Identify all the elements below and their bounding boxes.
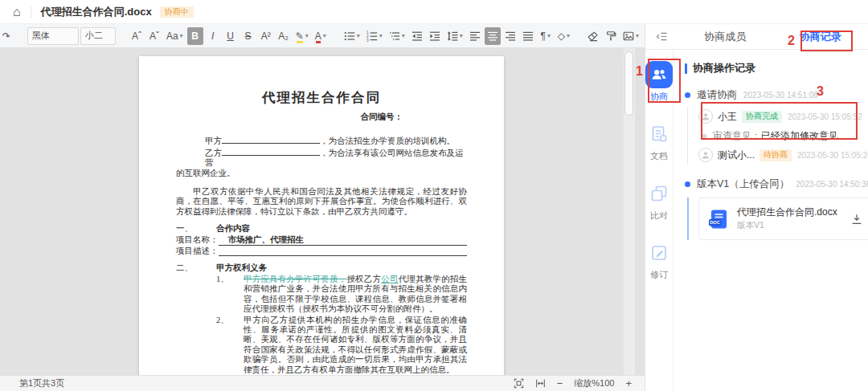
- file-version: 版本V1: [737, 220, 837, 231]
- status-badge-done: 协商完成: [742, 111, 782, 123]
- bold-icon[interactable]: B: [187, 27, 203, 45]
- align-left-icon[interactable]: [467, 27, 483, 45]
- zoom-out-button[interactable]: −: [557, 378, 563, 389]
- zoom-level: 缩放%100: [574, 377, 614, 389]
- superscript-icon[interactable]: A²: [258, 27, 274, 45]
- collapse-panel-icon[interactable]: [645, 31, 678, 43]
- member-entry-test[interactable]: 测试小... 待协商 2023-05-30 15:05:26: [698, 145, 868, 165]
- people-icon: [645, 61, 673, 88]
- download-icon[interactable]: [850, 213, 863, 226]
- timeline-version-v1: 版本V1（上传合同） 2023-05-30 14:50:36: [685, 177, 868, 191]
- contract-title: 代理招生合作合同: [176, 90, 467, 106]
- rail-item-revise[interactable]: 修订: [645, 239, 673, 281]
- doc-paragraph: 项目名称：市场推广、代理招生: [176, 235, 467, 246]
- decrease-indent-icon[interactable]: [409, 27, 425, 45]
- increase-indent-icon[interactable]: [427, 27, 443, 45]
- doc-paragraph: 2、甲方向乙方提供本机构的招生办学信息，保证信息的准确性、服务承诺的严谨性。所提…: [176, 316, 467, 375]
- font-family-select[interactable]: 黑体: [27, 27, 79, 45]
- divider: [31, 6, 31, 18]
- fit-width-icon[interactable]: [535, 378, 546, 389]
- vertical-scrollbar[interactable]: [624, 48, 635, 375]
- accent-bar: [685, 63, 687, 74]
- rail-label: 协商: [650, 91, 668, 103]
- doc-paragraph: 乙方，为合法享有该公司网站信息发布及运营: [176, 147, 467, 169]
- numbered-list-icon[interactable]: 123▾: [364, 27, 385, 45]
- shading-icon[interactable]: ◇▾: [555, 27, 572, 45]
- file-name: 代理招生合作合同.docx: [737, 206, 837, 218]
- titlebar: ⌂ 代理招生合作合同.docx 协商中: [0, 0, 868, 24]
- align-center-icon[interactable]: [485, 27, 501, 45]
- font-color-icon[interactable]: A▾: [313, 27, 329, 45]
- underline-icon[interactable]: U: [223, 27, 239, 45]
- bullet-list-icon[interactable]: ▾: [342, 27, 362, 45]
- contract-file-card[interactable]: DOC 代理招生合作合同.docx 版本V1: [698, 198, 868, 240]
- avatar: [698, 148, 713, 162]
- tab-negotiation-records[interactable]: 协商记录: [773, 30, 868, 44]
- subscript-icon[interactable]: A₂: [276, 27, 292, 45]
- strikethrough-icon[interactable]: S: [240, 27, 256, 45]
- doc-paragraph: 项目描述：: [176, 246, 467, 256]
- rail-item-doc[interactable]: 文档: [645, 120, 673, 162]
- doc-paragraph: 甲方，为合法招生办学资质的培训机构。: [176, 135, 467, 146]
- doc-paragraph: 合同编号：: [176, 112, 467, 122]
- doc-file-icon: DOC: [707, 208, 730, 230]
- status-badge-pending: 待协商: [760, 149, 792, 161]
- doc-icon: [645, 120, 673, 148]
- invite-entries: 小王 协商完成 2023-05-30 15:05:52 审查意见： 已经添加修改…: [687, 107, 868, 165]
- timeline-dot: [685, 92, 690, 98]
- compare-icon: [645, 180, 673, 207]
- page-indicator: 第1页共3页: [0, 377, 64, 389]
- insert-image-icon[interactable]: ▾: [620, 27, 641, 45]
- redo-icon[interactable]: ↷: [0, 27, 14, 45]
- panel-tabbar: 协商成员 协商记录: [645, 24, 868, 50]
- clear-format-icon[interactable]: [585, 27, 601, 45]
- revise-icon: [645, 239, 673, 267]
- justify-icon[interactable]: [520, 27, 536, 45]
- svg-text:DOC: DOC: [710, 220, 719, 225]
- highlight-color-icon[interactable]: ✎▾: [293, 27, 311, 45]
- fit-page-icon[interactable]: [514, 378, 524, 389]
- doc-paragraph: 一、合作内容: [176, 224, 467, 234]
- doc-paragraph: 1、甲方应具有办学许可资质，授权乙方公司代理其教学的招生和营销推广业务，并合法使…: [176, 275, 467, 315]
- doc-paragraph: 的互联网企业。: [176, 169, 467, 178]
- scrollbar-thumb[interactable]: [624, 51, 633, 116]
- doc-paragraph: 二、甲方权利义务: [176, 263, 467, 273]
- svg-text:3: 3: [366, 38, 369, 41]
- app-window: ⌂ 代理招生合作合同.docx 协商中 ↶↷黑体小二AˆAˇAa▾BIUSA²A…: [0, 0, 868, 391]
- multilevel-list-icon[interactable]: ▾: [387, 27, 407, 45]
- italic-icon[interactable]: I: [205, 27, 221, 45]
- timeline-dot: [685, 181, 690, 187]
- formatting-toolbar: ↶↷黑体小二AˆAˇAa▾BIUSA²A₂✎▾A▾▾123▾▾▾¶▾◇▾▾▾: [0, 24, 645, 48]
- tab-negotiation-members[interactable]: 协商成员: [678, 30, 773, 44]
- bullet-square: [702, 134, 706, 138]
- change-case-icon[interactable]: Aa▾: [164, 27, 186, 45]
- rail-item-people[interactable]: 协商: [645, 61, 673, 103]
- document-title: 代理招生合作合同.docx: [41, 5, 152, 19]
- paragraph-mark-icon[interactable]: ¶▾: [538, 27, 554, 45]
- status-bar: 第1页共3页 − 缩放%100 +: [0, 375, 645, 391]
- line-spacing-icon[interactable]: ▾: [444, 27, 465, 45]
- editor-area: ↶↷黑体小二AˆAˇAa▾BIUSA²A₂✎▾A▾▾123▾▾▾¶▾◇▾▾▾ 代…: [0, 24, 645, 391]
- panel-rail: 协商文档比对修订: [645, 50, 674, 391]
- negotiating-status-badge: 协商中: [160, 6, 194, 18]
- home-icon[interactable]: ⌂: [13, 6, 21, 18]
- avatar: [698, 109, 713, 124]
- rail-item-compare[interactable]: 比对: [645, 180, 673, 222]
- format-painter-icon[interactable]: [603, 27, 619, 45]
- doc-paragraph: 甲乙双方依据中华人民共和国合同法及其他相关法律规定，经过友好协商，在自愿、平等、…: [176, 187, 467, 217]
- zoom-in-button[interactable]: +: [625, 378, 632, 389]
- records-content: 协商操作记录 邀请协商 2023-05-30 14:51:08 小王 协商完成 …: [674, 50, 868, 391]
- align-right-icon[interactable]: [502, 27, 518, 45]
- shrink-font-icon[interactable]: Aˇ: [146, 27, 162, 45]
- rail-label: 修订: [650, 269, 668, 281]
- rail-label: 比对: [650, 210, 668, 222]
- member-entry-xiaowang[interactable]: 小王 协商完成 2023-05-30 15:05:52: [698, 107, 868, 126]
- review-opinion-row: 审查意见： 已经添加修改意见: [698, 126, 868, 145]
- font-size-select[interactable]: 小二: [80, 27, 116, 45]
- version-entries: DOC 代理招生合作合同.docx 版本V1: [687, 198, 868, 240]
- grow-font-icon[interactable]: Aˆ: [129, 27, 145, 45]
- document-page[interactable]: 代理招生合作合同 合同编号：甲方，为合法招生办学资质的培训机构。乙方，为合法享有…: [139, 56, 504, 375]
- rail-label: 文档: [650, 150, 668, 162]
- timeline-invite: 邀请协商 2023-05-30 14:51:08: [685, 88, 868, 102]
- document-canvas: 代理招生合作合同 合同编号：甲方，为合法招生办学资质的培训机构。乙方，为合法享有…: [0, 48, 645, 375]
